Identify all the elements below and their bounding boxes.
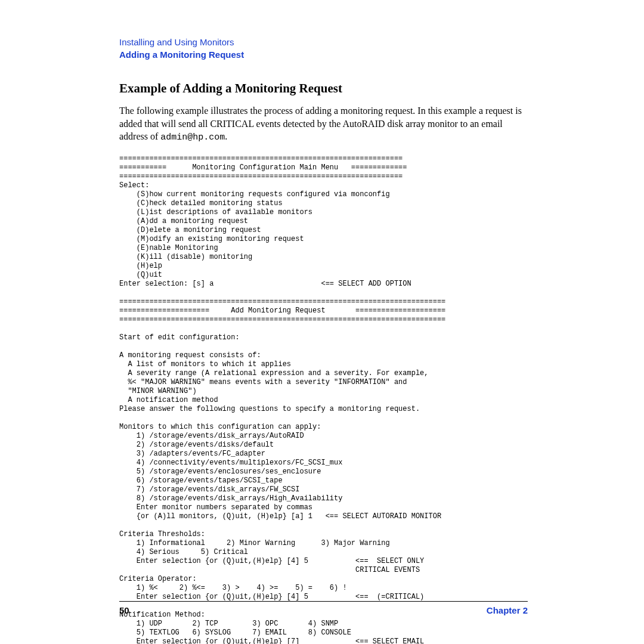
console-output: ========================================… <box>119 154 528 644</box>
heading-example: Example of Adding a Monitoring Request <box>119 81 528 96</box>
page-number: 50 <box>119 605 129 615</box>
section-title: Adding a Monitoring Request <box>119 48 528 61</box>
chapter-label: Chapter 2 <box>487 605 528 615</box>
running-header: Installing and Using Monitors Adding a M… <box>119 36 528 61</box>
intro-paragraph: The following example illustrates the pr… <box>119 104 528 144</box>
intro-code-email: admin@hp.com <box>160 132 225 143</box>
intro-text-after: . <box>225 131 227 141</box>
page-root: Installing and Using Monitors Adding a M… <box>0 0 644 644</box>
page-footer: 50 Chapter 2 <box>119 601 528 615</box>
chapter-title: Installing and Using Monitors <box>119 36 528 48</box>
